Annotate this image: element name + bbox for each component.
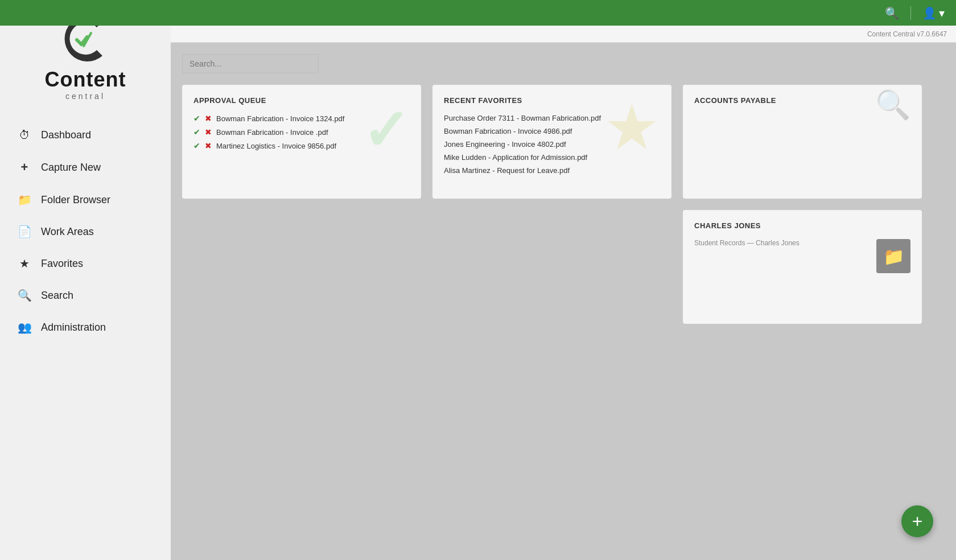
favorites-icon: ★	[17, 257, 32, 270]
search-icon[interactable]: 🔍	[885, 6, 899, 20]
x-icon-1: ✖	[205, 114, 212, 123]
approval-label-1: Bowman Fabrication - Invoice 1324.pdf	[216, 114, 344, 123]
charles-jones-title: CHARLES JONES	[694, 221, 910, 230]
fab-button[interactable]: +	[901, 505, 933, 537]
x-icon-2: ✖	[205, 127, 212, 137]
main-search-input[interactable]	[182, 54, 319, 73]
sidebar-item-dashboard[interactable]: ⏱ Dashboard	[0, 120, 171, 151]
fav-item-3[interactable]: Jones Engineering - Invoice 4802.pdf	[444, 140, 660, 149]
approval-item-2[interactable]: ✔ ✖ Bowman Fabrication - Invoice .pdf	[193, 127, 410, 137]
fav-item-4[interactable]: Mike Ludden - Application for Admission.…	[444, 153, 660, 162]
version-label: Content Central v7.0.6647	[867, 30, 947, 38]
main-search-row	[182, 54, 945, 73]
cards-grid: ✓ APPROVAL QUEUE ✔ ✖ Bowman Fabrication …	[182, 85, 922, 324]
approval-label-2: Bowman Fabrication - Invoice .pdf	[216, 128, 328, 137]
user-menu-button[interactable]: 👤 ▾	[922, 6, 945, 20]
sidebar-item-work-areas[interactable]: 📄 Work Areas	[0, 216, 171, 248]
version-bar: Content Central v7.0.6647	[171, 26, 956, 43]
capture-new-icon: +	[17, 160, 32, 175]
work-areas-icon: 📄	[17, 225, 32, 238]
approval-queue-card: ✓ APPROVAL QUEUE ✔ ✖ Bowman Fabrication …	[182, 85, 421, 199]
ap-search-icon: 🔍	[875, 90, 910, 119]
charles-jones-folder-icon: 📁	[876, 239, 910, 273]
approval-item-1[interactable]: ✔ ✖ Bowman Fabrication - Invoice 1324.pd…	[193, 114, 410, 123]
fav-item-1[interactable]: Purchase Order 7311 - Bowman Fabrication…	[444, 114, 660, 122]
administration-icon: 👥	[17, 320, 32, 334]
approval-queue-title: APPROVAL QUEUE	[193, 96, 410, 105]
sidebar-item-capture-new[interactable]: + Capture New	[0, 151, 171, 184]
charles-jones-subtitle: Student Records — Charles Jones	[694, 239, 867, 247]
main-content: ✓ APPROVAL QUEUE ✔ ✖ Bowman Fabrication …	[171, 43, 956, 560]
fav-item-5[interactable]: Alisa Martinez - Request for Leave.pdf	[444, 166, 660, 175]
check-icon-2: ✔	[193, 127, 200, 137]
accounts-payable-title: ACCOUNTS PAYABLE	[694, 96, 776, 105]
sidebar-item-administration[interactable]: 👥 Administration	[0, 311, 171, 343]
search-nav-icon: 🔍	[17, 289, 32, 302]
sidebar-item-favorites[interactable]: ★ Favorites	[0, 248, 171, 279]
sidebar-item-search[interactable]: 🔍 Search	[0, 279, 171, 311]
x-icon-3: ✖	[205, 141, 212, 150]
recent-favorites-card: ★ RECENT FAVORITES Purchase Order 7311 -…	[432, 85, 671, 199]
topbar: 🔍 👤 ▾	[0, 0, 956, 26]
sidebar-item-folder-browser[interactable]: 📁 Folder Browser	[0, 184, 171, 216]
sidebar-nav: ⏱ Dashboard + Capture New 📁 Folder Brows…	[0, 120, 171, 343]
dashboard-icon: ⏱	[17, 129, 32, 142]
approval-label-3: Martinez Logistics - Invoice 9856.pdf	[216, 142, 336, 150]
accounts-payable-card: ACCOUNTS PAYABLE 🔍	[683, 85, 922, 199]
check-icon-3: ✔	[193, 141, 200, 150]
check-icon-1: ✔	[193, 114, 200, 123]
recent-favorites-title: RECENT FAVORITES	[444, 96, 660, 105]
fav-item-2[interactable]: Bowman Fabrication - Invoice 4986.pdf	[444, 127, 660, 135]
folder-icon: 📁	[17, 193, 32, 207]
logo-sub: central	[65, 92, 105, 101]
topbar-divider	[910, 6, 911, 20]
charles-jones-card: CHARLES JONES Student Records — Charles …	[683, 210, 922, 324]
approval-item-3[interactable]: ✔ ✖ Martinez Logistics - Invoice 9856.pd…	[193, 141, 410, 150]
sidebar: Content central ⏱ Dashboard + Capture Ne…	[0, 0, 171, 560]
logo-name: Content	[45, 68, 126, 92]
fab-icon: +	[912, 511, 923, 532]
